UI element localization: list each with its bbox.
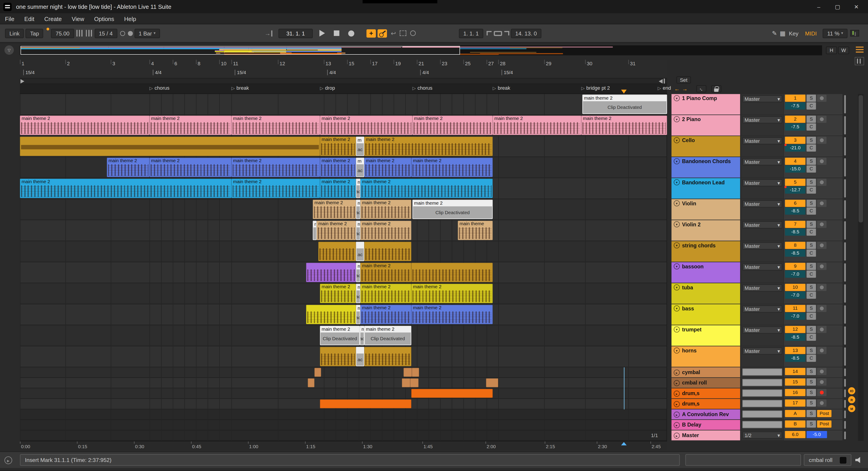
clip[interactable] [411,263,493,282]
pan-knob[interactable]: C [807,207,816,214]
arrangement-overview[interactable] [20,45,822,55]
clip[interactable] [308,378,314,387]
draw-mode-icon[interactable]: ✎ [772,30,777,37]
volume-value[interactable]: -7.5 [785,102,806,109]
track-header[interactable]: ▾tuba [672,283,740,304]
solo-button[interactable]: S [807,137,816,144]
punch-in-icon[interactable] [487,31,491,35]
deactivated-clip[interactable]: mac [356,305,361,324]
follow-icon[interactable]: → [265,30,272,36]
ruler-bar-label[interactable]: 10 [221,61,226,66]
clip[interactable]: main theme 2 [360,221,411,240]
clip[interactable]: main theme 2 [231,116,320,135]
pan-knob[interactable]: C [807,102,816,109]
fold-icon[interactable]: ▾ [674,95,680,101]
track-header[interactable]: ▾horns [672,346,740,367]
time-ruler[interactable]: 0:000:150:300:451:001:151:301:452:002:15… [20,441,667,450]
output-routing-select[interactable] [742,368,782,376]
clip[interactable]: main theme 2 [149,158,231,177]
solo-button[interactable]: S [807,179,816,186]
track-header[interactable]: ▾string chords [672,241,740,262]
pan-knob[interactable]: C [807,313,816,320]
volume-value[interactable]: -8.5 [785,249,806,257]
loop-switch-icon[interactable] [494,31,502,36]
solo-button[interactable]: S [807,410,816,417]
cpu-meter[interactable]: 11 % ▾ [823,29,847,38]
arm-button[interactable] [817,368,827,375]
ruler-bar-label[interactable]: 19 [395,61,401,66]
fold-icon[interactable]: ▾ [674,179,680,185]
deactivated-clip[interactable]: ac [356,347,364,366]
clip[interactable]: main theme 2 [107,158,150,177]
computer-midi-keyboard-icon[interactable]: ▦ [780,30,785,37]
arm-button[interactable] [817,158,827,165]
volume-value[interactable]: -8.5 [785,355,806,362]
output-routing-select[interactable]: Master▾ [742,222,782,229]
arm-button[interactable] [817,263,827,270]
locator-flag[interactable]: ▷chorus [412,85,432,91]
menu-file[interactable]: File [0,15,20,22]
solo-button[interactable]: S [807,95,816,102]
fold-icon[interactable]: ▾ [674,242,680,248]
clip[interactable]: main theme 2 [411,284,493,303]
clip[interactable]: main theme 2 [20,116,149,135]
vertical-scrollbar[interactable] [858,94,864,441]
solo-button[interactable]: S [807,368,816,375]
automation-arm-button[interactable] [377,29,387,37]
time-signature-display[interactable]: 15 / 4 [94,29,117,38]
volume-value[interactable]: -7.0 [785,292,806,299]
loop-end-bar[interactable] [664,79,665,83]
ruler-bar-label[interactable]: 8 [197,61,200,66]
clip[interactable]: main theme 2 [360,305,411,324]
ruler-bar-label[interactable]: 3 [112,61,115,66]
track-header[interactable]: ▸B Delay [672,420,740,430]
next-locator-button[interactable]: → [682,86,687,92]
fold-icon[interactable]: ▸ [674,380,680,386]
fold-icon[interactable]: ▸ [674,422,680,428]
solo-button[interactable]: S [807,158,816,165]
clip[interactable] [403,368,412,377]
arm-button[interactable] [817,242,827,249]
clip[interactable] [20,137,320,156]
loop-end-marker[interactable] [659,79,662,83]
clip[interactable] [306,263,356,282]
time-ruler-label[interactable]: 2:45 [651,444,661,449]
previous-locator-button[interactable]: ← [674,86,680,92]
solo-button[interactable]: S [807,200,816,207]
ruler-bar-label[interactable]: 30 [587,61,592,66]
solo-button[interactable]: S [807,347,816,354]
show-returns-toggle[interactable]: R [848,396,855,403]
time-ruler-label[interactable]: 2:15 [546,444,555,449]
track-header[interactable]: ▸A Convolution Rev [672,409,740,419]
volume-value[interactable]: -12.7 [785,187,806,194]
arm-button[interactable] [817,378,827,385]
set-locator-button[interactable]: Set [677,76,691,83]
clip[interactable] [320,347,356,366]
loop-brace-row[interactable] [20,79,667,84]
track-header[interactable]: ▾Bandoneon Lead [672,178,740,199]
deactivated-clip[interactable]: m [313,221,317,240]
fold-icon[interactable]: ▾ [674,284,680,291]
output-routing-select[interactable] [742,400,782,407]
ruler-bar-label[interactable]: 28 [500,61,505,66]
arm-button[interactable] [817,116,827,123]
volume-value[interactable]: -7.5 [785,123,806,131]
volume-value[interactable]: -21.0 [785,144,806,152]
record-button[interactable] [348,30,354,36]
clip[interactable]: main theme 2 [317,221,356,240]
clip[interactable] [314,368,321,377]
clip[interactable]: main theme 2 [360,200,411,219]
clip[interactable]: main theme 2 [360,284,411,303]
track-header[interactable]: ▸cymbal [672,367,740,377]
deactivated-clip[interactable]: mac [356,179,361,198]
volume-value[interactable]: -8.5 [785,207,806,214]
clip[interactable] [364,242,411,261]
key-map-button[interactable]: Key [789,30,798,36]
arm-button[interactable] [817,95,827,102]
locator-flag[interactable]: ▷chorus [149,85,169,91]
fold-icon[interactable]: ▾ [674,158,680,164]
arm-button[interactable] [817,284,827,291]
loop-start-marker[interactable] [21,79,24,83]
link-button[interactable]: Link [5,29,24,38]
ruler-bar-label[interactable]: 25 [465,61,471,66]
